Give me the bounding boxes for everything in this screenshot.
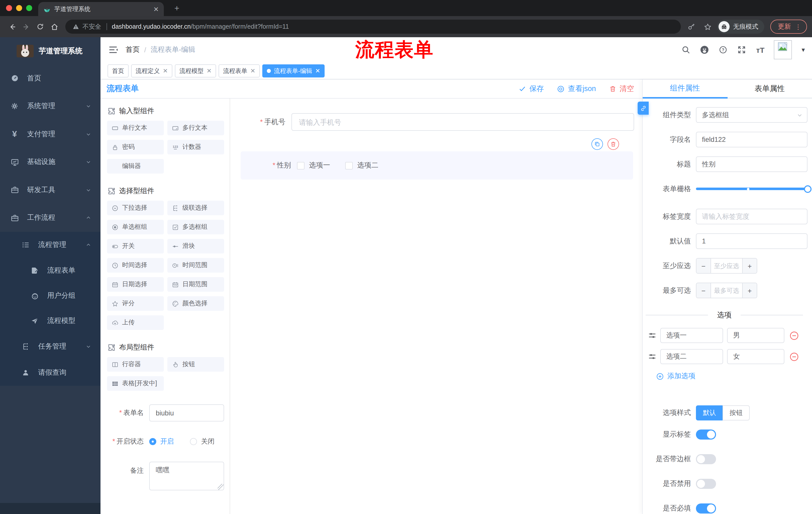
remark-textarea[interactable]: 嘿嘿 [149,462,224,490]
search-icon[interactable] [681,45,691,55]
slider-thumb[interactable] [804,185,812,193]
font-size-icon[interactable]: ᴛT [755,45,765,55]
app-logo[interactable]: 芋道管理系统 [0,37,100,64]
chip-select[interactable]: 下拉选择 [107,201,164,215]
tab-component-props[interactable]: 组件属性 [643,79,727,99]
tag-process-form[interactable]: 流程表单✕ [219,64,260,77]
duplicate-component-button[interactable] [591,138,603,150]
option-1-value-input[interactable] [727,328,784,343]
delete-component-button[interactable] [608,138,619,150]
chip-checkbox-group[interactable]: 多选框组 [167,220,224,234]
decrease-icon[interactable]: − [696,259,711,273]
chip-date-picker[interactable]: 日期选择 [107,277,164,292]
tab-close-icon[interactable]: ✕ [153,6,159,12]
option-1-label-input[interactable] [660,328,723,343]
tag-close-icon[interactable]: ✕ [315,68,320,74]
sidebar-collapse-bar[interactable] [0,503,100,514]
canvas-field-phone[interactable]: 手机号 [235,113,634,131]
min-select-input[interactable] [711,259,742,273]
collapse-sidebar-icon[interactable] [108,44,119,55]
chip-color-picker[interactable]: 颜色选择 [167,296,224,311]
avatar-caret-icon[interactable]: ▼ [801,47,806,53]
chip-button[interactable]: 按钮 [167,357,224,372]
component-type-select[interactable]: 多选框组 [696,107,808,123]
browser-update-button[interactable]: 更新 ⋮ [770,20,807,34]
form-grid-slider[interactable] [696,181,808,197]
form-canvas[interactable]: 手机号 性别 选项一 [230,99,642,514]
chip-single-line-text[interactable]: 单行文本 [107,121,164,135]
tag-close-icon[interactable]: ✕ [206,68,211,74]
drag-handle-icon[interactable] [648,331,657,340]
forward-icon[interactable] [19,20,33,34]
sidebar-item-process-management[interactable]: 流程管理 [0,232,100,258]
sidebar-item-home[interactable]: 首页 [0,64,100,92]
selected-component-gender[interactable]: 性别 选项一 选项二 [241,152,633,180]
option-2-label-input[interactable] [660,349,723,364]
browser-tab[interactable]: 芋道管理系统 ✕ [38,2,164,16]
required-toggle[interactable] [696,504,716,514]
option-2-value-input[interactable] [727,349,784,364]
github-icon[interactable] [699,45,709,55]
password-key-icon[interactable] [685,20,698,33]
chip-time-range[interactable]: 时间范围 [167,258,224,273]
status-on-radio[interactable]: 开启 [149,437,174,446]
sidebar-item-workflow[interactable]: 工作流程 [0,204,100,232]
clear-button[interactable]: 清空 [609,84,634,93]
chip-date-range[interactable]: 日期范围 [167,277,224,292]
chip-radio-group[interactable]: 单选框组 [107,220,164,234]
disabled-toggle[interactable] [696,479,716,489]
sidebar-item-leave-query[interactable]: 请假查询 [0,360,100,386]
sidebar-item-process-model[interactable]: 流程模型 [0,308,100,333]
sidebar-item-task-management[interactable]: 任务管理 [0,333,100,360]
sidebar-item-user-group[interactable]: 用户分组 [0,283,100,308]
chip-table-dev[interactable]: 表格[开发中] [107,376,164,391]
chip-editor[interactable]: 编辑器 [107,159,164,173]
tag-process-model[interactable]: 流程模型✕ [175,64,216,77]
fullscreen-icon[interactable] [736,45,747,55]
default-value-input[interactable] [696,233,808,249]
decrease-icon[interactable]: − [696,283,711,298]
style-default-button[interactable]: 默认 [696,405,723,421]
bookmark-star-icon[interactable] [701,20,714,33]
gender-option-2-checkbox[interactable]: 选项二 [345,161,378,170]
drag-handle-icon[interactable] [648,352,657,361]
home-icon[interactable] [47,20,61,34]
tab-form-props[interactable]: 表单属性 [727,79,812,99]
breadcrumb-home[interactable]: 首页 [126,45,140,54]
new-tab-button[interactable]: + [171,2,183,15]
gender-option-1-checkbox[interactable]: 选项一 [297,161,330,170]
chip-multi-line-text[interactable]: 多行文本 [167,121,224,135]
slider-track[interactable] [696,188,808,190]
with-border-toggle[interactable] [696,454,716,464]
status-off-radio[interactable]: 关闭 [190,437,214,446]
add-option-button[interactable]: 添加选项 [656,372,812,381]
chip-switch[interactable]: 开关 [107,239,164,253]
chip-rate[interactable]: 评分 [107,296,164,311]
label-width-input[interactable] [696,209,808,224]
tag-process-form-edit-active[interactable]: 流程表单-编辑✕ [262,64,325,77]
chip-slider[interactable]: 滑块 [167,239,224,253]
form-name-input[interactable] [149,404,224,422]
phone-input[interactable] [291,113,634,131]
sidebar-item-infrastructure[interactable]: 基础设施 [0,148,100,176]
sidebar-item-payment[interactable]: ¥ 支付管理 [0,120,100,148]
increase-icon[interactable]: + [742,283,757,298]
zoom-window-button[interactable] [26,5,32,11]
show-label-toggle[interactable] [696,430,716,439]
sidebar-item-dev-tools[interactable]: 研发工具 [0,176,100,204]
view-json-button[interactable]: 查看json [557,84,596,93]
reload-icon[interactable] [33,20,47,34]
not-secure-badge[interactable]: 不安全 [72,22,101,31]
chip-counter[interactable]: 计数器 [167,140,224,154]
sidebar-item-process-form[interactable]: 流程表单 [0,258,100,283]
tag-close-icon[interactable]: ✕ [250,68,255,74]
chip-password[interactable]: 密码 [107,140,164,154]
close-window-button[interactable] [6,5,12,11]
field-name-input[interactable] [696,132,808,147]
address-bar[interactable]: 不安全 dashboard.yudao.iocoder.cn/bpm/manag… [65,20,681,34]
increase-icon[interactable]: + [742,259,757,273]
save-button[interactable]: 保存 [519,84,544,93]
tag-process-definition[interactable]: 流程定义✕ [131,64,172,77]
chip-upload[interactable]: 上传 [107,315,164,330]
max-select-input[interactable] [711,283,742,298]
